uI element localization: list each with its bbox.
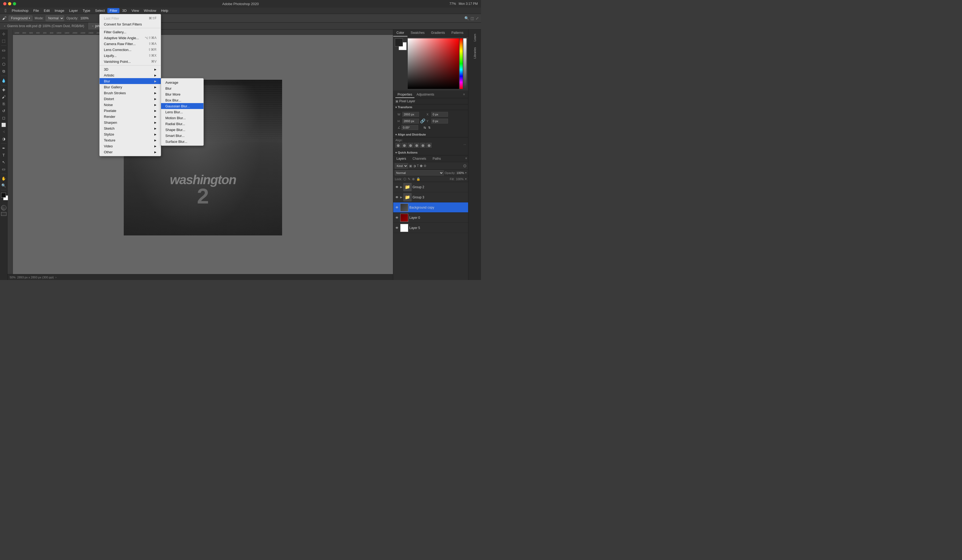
menu-type[interactable]: Type bbox=[81, 8, 92, 13]
lock-all-btn[interactable]: 🔒 bbox=[416, 177, 420, 181]
menu-brush-strokes[interactable]: Brush Strokes ▶ bbox=[100, 90, 161, 96]
menu-sharpen[interactable]: Sharpen ▶ bbox=[100, 119, 161, 125]
menu-vanishing-point[interactable]: Vanishing Point... ⌘V bbox=[100, 58, 161, 65]
pen-tool[interactable]: ✒ bbox=[0, 145, 7, 152]
close-button[interactable] bbox=[3, 2, 6, 5]
quick-mask-btn[interactable] bbox=[1, 205, 6, 210]
submenu-smart-blur[interactable]: Smart Blur... bbox=[161, 132, 203, 139]
menu-last-filter[interactable]: Last Filter ⌘⇧F bbox=[100, 15, 161, 21]
tab-patterns[interactable]: Patterns bbox=[448, 29, 467, 37]
menu-layer[interactable]: Layer bbox=[67, 8, 80, 13]
brush-tool[interactable]: 🖌 bbox=[0, 94, 7, 100]
submenu-gaussian-blur[interactable]: Gaussian Blur... bbox=[161, 103, 203, 109]
menu-render[interactable]: Render ▶ bbox=[100, 113, 161, 119]
tab-adjustments[interactable]: Adjustments bbox=[415, 92, 436, 98]
hand-tool[interactable]: ✋ bbox=[0, 175, 7, 182]
tool-preset-selector[interactable]: Foreground ▾ bbox=[8, 16, 32, 21]
marquee-tool[interactable]: ▭ bbox=[0, 47, 7, 53]
blend-mode-select[interactable]: Normal bbox=[395, 170, 444, 176]
tab-close-giannis[interactable]: × bbox=[4, 24, 5, 27]
opacity-arrow[interactable]: ▾ bbox=[465, 171, 466, 174]
object-select-tool[interactable]: ⬡ bbox=[0, 61, 7, 68]
submenu-blur[interactable]: Blur bbox=[161, 86, 203, 91]
menu-help[interactable]: Help bbox=[159, 8, 170, 13]
layer-eye-0[interactable]: 👁 bbox=[395, 216, 399, 220]
artboard-tool[interactable]: ⬚ bbox=[0, 37, 7, 44]
menu-adaptive-wide[interactable]: Adaptive Wide Angle... ⌥⇧⌘A bbox=[100, 35, 161, 41]
screen-mode-btn[interactable] bbox=[1, 212, 6, 216]
eraser-tool[interactable]: ◻ bbox=[0, 115, 7, 121]
dodge-tool[interactable]: ◑ bbox=[0, 136, 7, 142]
type-tool[interactable]: T bbox=[0, 152, 7, 158]
submenu-average[interactable]: Average bbox=[161, 79, 203, 86]
menu-lens-correction[interactable]: Lens Correction... ⇧⌘R bbox=[100, 47, 161, 53]
menu-noise[interactable]: Noise ▶ bbox=[100, 102, 161, 108]
color-gradient-map[interactable] bbox=[408, 39, 459, 89]
tab-color[interactable]: Color bbox=[393, 29, 407, 37]
menu-video[interactable]: Video ▶ bbox=[100, 143, 161, 149]
tab-channels[interactable]: Channels bbox=[409, 155, 429, 162]
layer-eye-group3[interactable]: 👁 bbox=[395, 195, 399, 200]
align-left-btn[interactable]: ⬤ bbox=[395, 143, 401, 148]
flip-h-btn[interactable]: ⇆ bbox=[424, 126, 426, 129]
search-icon[interactable]: 🔍 bbox=[464, 16, 469, 20]
tab-gradients[interactable]: Gradients bbox=[428, 29, 448, 37]
tab-close-john[interactable]: × bbox=[92, 24, 94, 27]
submenu-lens-blur[interactable]: Lens Blur... bbox=[161, 109, 203, 115]
menu-filter-gallery[interactable]: Filter Gallery... bbox=[100, 29, 161, 35]
y-input[interactable] bbox=[431, 119, 448, 123]
menu-sketch[interactable]: Sketch ▶ bbox=[100, 125, 161, 131]
status-arrow[interactable]: › bbox=[55, 276, 56, 279]
color-gradient-area[interactable] bbox=[408, 39, 466, 89]
layer-expand-group2[interactable]: ▶ bbox=[400, 186, 402, 189]
layer-eye-bg-copy[interactable]: 👁 bbox=[395, 205, 399, 210]
filter-pixel-btn[interactable]: ▣ bbox=[409, 164, 412, 168]
learn-item[interactable]: Learn bbox=[472, 32, 478, 44]
submenu-motion-blur[interactable]: Motion Blur... bbox=[161, 115, 203, 121]
transform-section[interactable]: ▾ Transform bbox=[393, 105, 468, 110]
layers-kind-select[interactable]: Kind bbox=[395, 163, 408, 169]
menu-file[interactable]: File bbox=[31, 8, 41, 13]
menu-texture[interactable]: Texture ▶ bbox=[100, 137, 161, 143]
shape-tool[interactable]: ▭ bbox=[0, 166, 7, 172]
menu-blur-gallery[interactable]: Blur Gallery ▶ bbox=[100, 84, 161, 90]
menu-convert-smart[interactable]: Convert for Smart Filters bbox=[100, 21, 161, 27]
angle-input[interactable] bbox=[402, 125, 418, 130]
menu-edit[interactable]: Edit bbox=[42, 8, 52, 13]
align-right-btn[interactable]: ⬤ bbox=[408, 143, 413, 148]
menu-other[interactable]: Other ▶ bbox=[100, 149, 161, 155]
blur-tool[interactable]: ⁖ bbox=[0, 129, 7, 135]
align-bottom-btn[interactable]: ⬤ bbox=[426, 143, 432, 148]
lasso-tool[interactable]: ⌓ bbox=[0, 54, 7, 60]
zoom-tool[interactable]: 🔍 bbox=[0, 182, 7, 189]
filter-shape-btn[interactable]: ⬟ bbox=[420, 164, 423, 168]
layers-menu-btn[interactable]: ≡ bbox=[464, 155, 468, 162]
menu-pixelate[interactable]: Pixelate ▶ bbox=[100, 108, 161, 113]
menu-view[interactable]: View bbox=[129, 8, 141, 13]
quick-actions-section[interactable]: ▾ Quick Actions bbox=[393, 150, 468, 155]
layer-eye-group2[interactable]: 👁 bbox=[395, 185, 399, 189]
submenu-blur-more[interactable]: Blur More bbox=[161, 91, 203, 97]
submenu-box-blur[interactable]: Box Blur... bbox=[161, 97, 203, 103]
menu-liquify[interactable]: Liquify... ⇧⌘X bbox=[100, 53, 161, 58]
submenu-radial-blur[interactable]: Radial Blur... bbox=[161, 121, 203, 127]
traffic-lights[interactable] bbox=[0, 2, 16, 5]
menu-window[interactable]: Window bbox=[142, 8, 158, 13]
filter-smart-btn[interactable]: ⚙ bbox=[424, 164, 426, 168]
flip-v-btn[interactable]: ⇅ bbox=[428, 126, 431, 129]
layer-5[interactable]: 👁 Layer 5 bbox=[393, 223, 468, 233]
workspace-icon[interactable]: ◫ bbox=[471, 16, 474, 20]
link-proportions-btn[interactable]: 🔗 bbox=[420, 118, 425, 123]
tab-swatches[interactable]: Swatches bbox=[407, 29, 428, 37]
layer-0[interactable]: 👁 Layer 0 bbox=[393, 213, 468, 223]
layer-eye-5[interactable]: 👁 bbox=[395, 226, 399, 230]
tab-properties[interactable]: Properties bbox=[395, 92, 415, 98]
fill-arrow[interactable]: ▾ bbox=[465, 178, 466, 181]
filter-toggle-btn[interactable]: ⊙ bbox=[463, 163, 466, 168]
layer-expand-group3[interactable]: ▶ bbox=[400, 196, 402, 199]
align-section[interactable]: ▾ Align and Distribute bbox=[393, 132, 468, 137]
submenu-shape-blur[interactable]: Shape Blur... bbox=[161, 127, 203, 132]
maximize-button[interactable] bbox=[13, 2, 16, 5]
menu-artistic[interactable]: Artistic ▶ bbox=[100, 72, 161, 78]
fg-swatch[interactable] bbox=[395, 39, 403, 47]
